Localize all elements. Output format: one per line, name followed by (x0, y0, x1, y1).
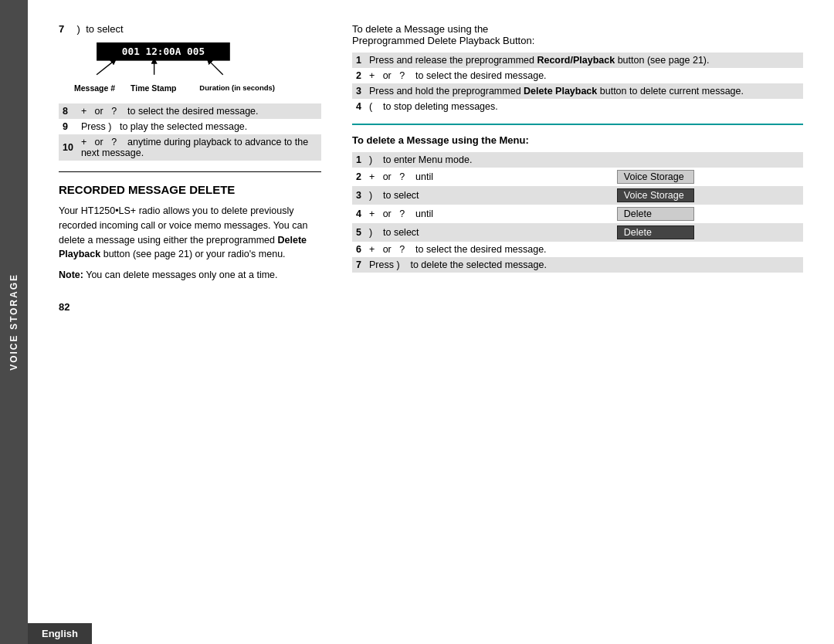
step-7-row: 7 ) to select (59, 23, 321, 35)
pdel-step-4-num: 4 (352, 99, 365, 114)
divider-1 (59, 171, 321, 172)
sidebar-tab: VOICE STORAGE (0, 0, 28, 644)
pdel-step-1: 1 Press and release the preprogrammed Re… (352, 53, 803, 68)
right-heading-2: To delete a Message using the Menu: (352, 134, 803, 146)
step-7-sym: ) (74, 23, 86, 35)
pdel-step-4-text: ( to stop deleting messages. (365, 99, 803, 114)
mdel-step-2-text: + or ? until (365, 168, 613, 186)
divider-teal (352, 124, 803, 125)
step-7-num: 7 (59, 23, 74, 35)
step-10-num: 10 (59, 134, 77, 161)
two-col-layout: 7 ) to select 001 12:00A 005 (59, 23, 803, 629)
pdel-step-1-text: Press and release the preprogrammed Reco… (365, 53, 803, 68)
mdel-step-1: 1 ) to enter Menu mode. (352, 152, 803, 168)
mdel-step-3-num: 3 (352, 186, 365, 205)
mdel-step-5: 5 ) to select Delete (352, 223, 803, 242)
mdel-step-2-num: 2 (352, 168, 365, 186)
right-column: To delete a Message using thePreprogramm… (352, 23, 803, 629)
mdel-step-4: 4 + or ? until Delete (352, 205, 803, 223)
menu-delete-table: 1 ) to enter Menu mode. 2 + or ? until V… (352, 152, 803, 273)
right-heading-1-text: To delete a Message using thePreprogramm… (352, 23, 534, 46)
arrow-diagram: 001 12:00A 005 (74, 42, 259, 81)
display-area: 001 12:00A 005 (74, 42, 275, 93)
pdel-step-1-num: 1 (352, 53, 365, 68)
label-message: Message # (74, 83, 115, 93)
mdel-step-6-num: 6 (352, 242, 365, 257)
mdel-step-2-btn: Voice Storage (613, 168, 803, 186)
pdel-step-2: 2 + or ? to select the desired message. (352, 68, 803, 83)
right-heading-1: To delete a Message using thePreprogramm… (352, 23, 803, 46)
mdel-step-1-text: ) to enter Menu mode. (365, 152, 613, 168)
mdel-step-3-btn: Voice Storage (613, 186, 803, 205)
svg-line-4 (209, 61, 223, 75)
pdel-step-3-text: Press and hold the preprogrammed Delete … (365, 83, 803, 99)
body-text-1: Your HT1250•LS+ radio allows you to dele… (59, 204, 321, 262)
mdel-step-4-num: 4 (352, 205, 365, 223)
label-duration: Duration (in seconds) (199, 83, 275, 93)
step-9-content: Press ) to play the selected message. (77, 119, 321, 134)
note-text: Note: You can delete messages only one a… (59, 268, 321, 283)
mdel-step-7-num: 7 (352, 257, 365, 273)
main-content: 7 ) to select 001 12:00A 005 (28, 0, 834, 644)
svg-line-2 (97, 61, 114, 75)
left-column: 7 ) to select 001 12:00A 005 (59, 23, 321, 629)
sidebar-label: VOICE STORAGE (8, 273, 19, 371)
mdel-step-5-btn: Delete (613, 223, 803, 242)
mdel-step-5-text: ) to select (365, 223, 613, 242)
preprogrammed-delete-table: 1 Press and release the preprogrammed Re… (352, 53, 803, 114)
step-10-row: 10 + or ? anytime during playback to adv… (59, 134, 321, 161)
mdel-step-3-text: ) to select (365, 186, 613, 205)
mdel-step-1-num: 1 (352, 152, 365, 168)
pdel-step-2-num: 2 (352, 68, 365, 83)
mdel-step-4-text: + or ? until (365, 205, 613, 223)
pdel-step-3-num: 3 (352, 83, 365, 99)
mdel-step-3: 3 ) to select Voice Storage (352, 186, 803, 205)
svg-text:001 12:00A 005: 001 12:00A 005 (122, 46, 205, 57)
section-heading: RECORDED MESSAGE DELETE (59, 183, 321, 196)
label-timestamp: Time Stamp (131, 83, 176, 93)
step-10-content: + or ? anytime during playback to advanc… (77, 134, 321, 161)
mdel-step-7: 7 Press ) to delete the selected message… (352, 257, 803, 273)
mdel-step-5-num: 5 (352, 223, 365, 242)
mdel-step-6: 6 + or ? to select the desired message. (352, 242, 803, 257)
english-tab: English (28, 623, 92, 644)
page-container: VOICE STORAGE 7 ) to select 001 12:00A 0… (0, 0, 834, 644)
step-7-text: to select (86, 23, 123, 35)
step-8-row: 8 + or ? to select the desired message. (59, 103, 321, 119)
steps-8-10-table: 8 + or ? to select the desired message. … (59, 103, 321, 161)
mdel-step-4-btn: Delete (613, 205, 803, 223)
mdel-step-7-text: Press ) to delete the selected message. (365, 257, 803, 273)
pdel-step-2-text: + or ? to select the desired message. (365, 68, 803, 83)
pdel-step-4: 4 ( to stop deleting messages. (352, 99, 803, 114)
page-number: 82 (59, 301, 321, 313)
step-9-row: 9 Press ) to play the selected message. (59, 119, 321, 134)
mdel-step-2: 2 + or ? until Voice Storage (352, 168, 803, 186)
pdel-step-3: 3 Press and hold the preprogrammed Delet… (352, 83, 803, 99)
mdel-step-6-text: + or ? to select the desired message. (365, 242, 803, 257)
step-9-num: 9 (59, 119, 77, 134)
step-8-content: + or ? to select the desired message. (77, 103, 321, 119)
step-8-num: 8 (59, 103, 77, 119)
